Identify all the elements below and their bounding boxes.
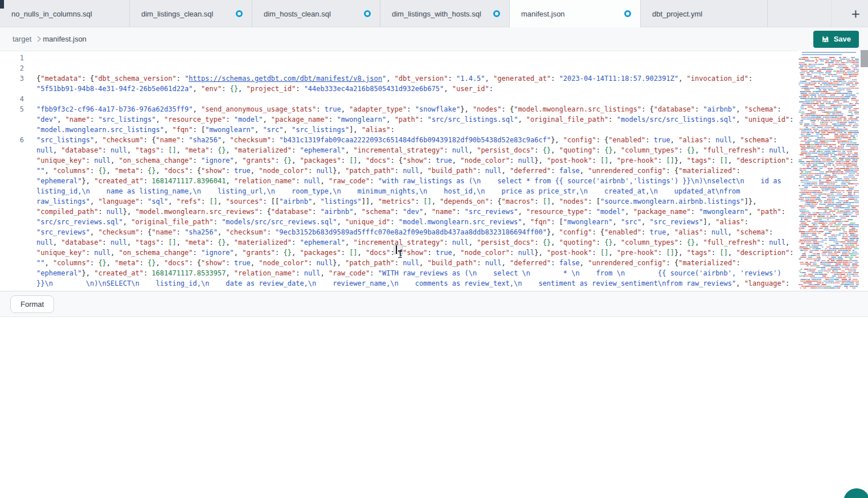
tab-label: dim_listings_clean.sql	[141, 10, 213, 18]
tab-dim-listings-clean-sql[interactable]: dim_listings_clean.sql	[130, 0, 252, 27]
code-line: 3{"metadata": {"dbt_schema_version": "ht…	[0, 73, 797, 94]
line-number: 2	[0, 63, 24, 73]
tab-no-nulls-in-columns-sql[interactable]: no_nulls_in_columns.sql	[0, 0, 130, 27]
file-toolbar: target manifest.json Save	[0, 27, 868, 51]
line-number: 5	[0, 104, 24, 114]
tab-label: dim_listings_with_hosts.sql	[392, 10, 481, 18]
tab-dbt-project-yml[interactable]: dbt_project.yml	[641, 0, 768, 27]
format-button[interactable]: Format	[10, 295, 54, 313]
save-button-label: Save	[834, 35, 851, 43]
scrollbar-thumb[interactable]	[861, 50, 868, 67]
minimap[interactable]	[797, 50, 859, 290]
line-number: 6	[0, 135, 24, 145]
editor-action-bar: Format	[0, 291, 868, 317]
code-text: {"metadata": {"dbt_schema_version": "htt…	[36, 73, 795, 94]
code-line: 6"src_listings", "checksum": {"name": "s…	[0, 135, 797, 290]
tab-label: no_nulls_in_columns.sql	[11, 10, 92, 18]
code-text: "fbb9f3c2-cf96-4a17-b736-976a62d35ff9", …	[36, 104, 795, 135]
unsaved-changes-dot-icon	[236, 10, 243, 17]
line-number: 1	[0, 53, 24, 63]
tab-bar: no_nulls_in_columns.sqldim_listings_clea…	[0, 0, 868, 27]
unsaved-changes-dot-icon	[493, 10, 500, 17]
chevron-right-icon	[37, 36, 41, 42]
code-text	[36, 53, 795, 63]
code-line: 5"fbb9f3c2-cf96-4a17-b736-976a62d35ff9",…	[0, 104, 797, 135]
floppy-disk-icon	[821, 35, 829, 43]
unsaved-changes-dot-icon	[364, 10, 371, 17]
tab-bar-divider	[831, 0, 832, 27]
code-text: "src_listings", "checksum": {"name": "sh…	[36, 135, 795, 290]
window-edge-notch	[0, 0, 4, 9]
mouse-ibeam-pointer	[398, 250, 402, 258]
line-number: 4	[0, 94, 24, 104]
tab-manifest-json[interactable]: manifest.json	[510, 0, 641, 27]
text-cursor	[396, 245, 397, 254]
code-line: 1	[0, 53, 797, 63]
new-tab-button[interactable]: +	[847, 4, 865, 23]
code-text	[36, 63, 795, 73]
vertical-scrollbar[interactable]	[861, 50, 868, 290]
breadcrumb-folder[interactable]: target	[13, 35, 31, 43]
code-line: 2	[0, 63, 797, 73]
save-button[interactable]: Save	[813, 31, 859, 48]
tab-label: dbt_project.yml	[652, 10, 702, 18]
tab-label: manifest.json	[521, 10, 565, 18]
code-text	[36, 94, 795, 104]
line-number: 3	[0, 73, 24, 84]
results-panel	[0, 317, 868, 498]
unsaved-changes-dot-icon	[624, 10, 631, 17]
tab-list: no_nulls_in_columns.sqldim_listings_clea…	[0, 0, 868, 27]
tab-label: dim_hosts_clean.sql	[264, 10, 331, 18]
breadcrumb-file: manifest.json	[43, 35, 87, 43]
tab-dim-hosts-clean-sql[interactable]: dim_hosts_clean.sql	[252, 0, 380, 27]
code-line: 4	[0, 94, 797, 104]
tab-dim-listings-with-hosts-sql[interactable]: dim_listings_with_hosts.sql	[380, 0, 510, 27]
